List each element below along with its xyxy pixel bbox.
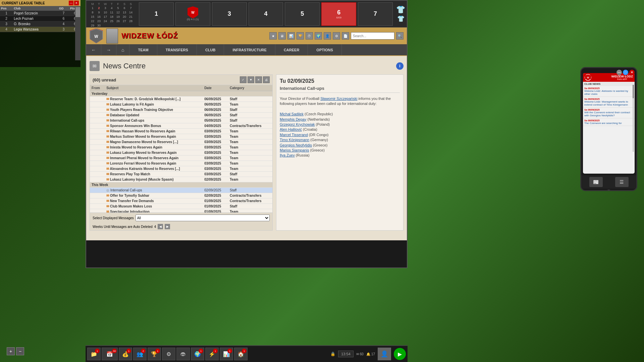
zoom-in-btn[interactable]: + — [7, 347, 15, 355]
player-name-link[interactable]: Memphis Depay — [280, 117, 306, 121]
news-table-row[interactable]: ✉ Iniesta Moved to Reserves Again 03/09/… — [90, 145, 272, 150]
sidebar-minimize-btn[interactable]: — — [69, 1, 73, 5]
player-name-link[interactable]: Timo Königsmann — [280, 138, 309, 142]
phone-scrollbar[interactable] — [633, 85, 634, 152]
sidebar-scrollbar[interactable] — [75, 7, 80, 60]
header-icon-settings[interactable]: ⚙ — [333, 32, 340, 40]
news-table-row[interactable]: ◎ International Call-ups 02/09/2025 Staf… — [90, 188, 272, 193]
header-icon-globe[interactable]: 🌍 — [315, 32, 322, 40]
taskbar-btn-stats[interactable]: 📊 1 — [220, 348, 233, 360]
cal-day-cell[interactable]: 22 — [90, 19, 96, 23]
col-subject[interactable]: Subject — [105, 85, 203, 91]
cal-day-cell[interactable]: 8 — [90, 10, 96, 14]
news-table-row[interactable]: ✉ Club Museum Makes Loss 01/09/2025 Staf… — [90, 204, 272, 209]
cal-day-cell[interactable]: 21 — [128, 15, 134, 19]
news-table-row[interactable]: ✉ Reserves Play Top Match 03/09/2025 Sta… — [90, 172, 272, 177]
match-slot-3[interactable]: 4 — [249, 2, 283, 26]
news-table-row[interactable]: ✉ Database Updated 06/09/2025 Staff — [90, 113, 272, 118]
delete-btn[interactable]: ✕ — [255, 76, 262, 83]
weeks-next-btn[interactable]: ▶ — [165, 224, 170, 229]
tab-career[interactable]: CAREER — [275, 44, 308, 55]
news-table-row[interactable]: ✉ Markus Suttner Moved to Reserves Again… — [90, 134, 272, 139]
cal-day-cell[interactable]: 7 — [128, 6, 134, 10]
header-icon-clock[interactable]: ⏱ — [306, 32, 313, 40]
taskbar-btn-world[interactable]: 🌍 1 — [191, 348, 204, 360]
cal-day-cell[interactable]: 1 — [90, 6, 96, 10]
player-name-link[interactable]: Marios Siampanis — [280, 148, 309, 152]
cal-day-cell[interactable]: 24 — [102, 19, 108, 23]
league-table-row[interactable]: 4 Legia Warszawa 3 6 — [0, 27, 80, 32]
cal-day-cell[interactable]: 16 — [96, 15, 102, 19]
nav-forward-btn[interactable]: → — [101, 44, 116, 55]
phone-news-item[interactable]: Sa 06/09/2025 Will the Czerwoni extend t… — [583, 108, 635, 118]
info-button[interactable]: i — [396, 62, 404, 70]
league-table-row[interactable]: 1 Pogoń Szczecin 7 6 — [0, 11, 80, 16]
player-name-link[interactable]: Michał Sadilek — [280, 112, 304, 116]
match-slot-4[interactable]: 5 — [285, 2, 320, 26]
cal-day-cell[interactable]: 2 — [96, 6, 102, 10]
taskbar-btn-trophies[interactable]: 🏆 1 — [148, 348, 161, 360]
tab-transfers[interactable]: TRANSFERS — [157, 44, 197, 55]
player-name-link[interactable]: Ilya Zuev — [280, 153, 295, 157]
mark-read-btn[interactable]: ✓ — [240, 76, 247, 83]
cal-day-cell[interactable]: 6 — [121, 6, 127, 10]
cal-day-cell[interactable]: 28 — [128, 19, 134, 23]
zoom-out-btn[interactable]: − — [16, 347, 24, 355]
cal-day-cell[interactable]: 4 — [109, 6, 115, 10]
cal-day-cell[interactable]: 23 — [96, 19, 102, 23]
phone-news-btn[interactable]: 📰 — [589, 177, 603, 187]
phone-news-item[interactable]: Sa 06/09/2025 Widzew Łódź: Management wa… — [583, 97, 635, 108]
filter-btn[interactable]: ▼ — [248, 76, 254, 83]
cal-day-cell[interactable]: 13 — [121, 10, 127, 14]
search-input[interactable] — [351, 32, 394, 40]
league-table-row[interactable]: 2 Lech Poznań 6 6 — [0, 16, 80, 21]
phone-restore-btn[interactable]: □ — [623, 73, 628, 75]
cal-day-cell[interactable]: 5 — [115, 6, 121, 10]
cal-day-cell[interactable]: 11 — [109, 10, 115, 14]
cal-day-cell[interactable]: 27 — [121, 19, 127, 23]
cal-day-cell[interactable]: 10 — [102, 10, 108, 14]
play-button[interactable]: ▶ — [394, 348, 406, 360]
cal-day-cell[interactable]: 18 — [109, 15, 115, 19]
player-name-link[interactable]: Alen Halilović — [280, 127, 302, 131]
cal-day-cell[interactable]: 17 — [102, 15, 108, 19]
taskbar-btn-settings[interactable]: ⚙ — [162, 348, 175, 360]
sidebar-close-btn[interactable]: ✕ — [74, 1, 79, 5]
match-slot-5[interactable]: 6 6/09 — [321, 2, 356, 26]
player-name-link[interactable]: Grzegorz Krychowiak — [280, 122, 315, 126]
news-table-row[interactable]: ✉ Alexandros Katranis Moved to Reserves … — [90, 166, 272, 172]
taskbar-btn-home[interactable]: 🏠 1 — [234, 348, 248, 360]
news-table-row[interactable]: ✉ Lukasz Lakomy Injured (Muscle Spasm) 0… — [90, 177, 272, 182]
header-icon-star[interactable]: ★ — [269, 32, 277, 40]
header-icon-person[interactable]: 👤 — [324, 32, 331, 40]
player-name-link[interactable]: Marcel Tisserand — [280, 133, 308, 137]
tab-infrastructure[interactable]: INFRASTRUCTURE — [224, 44, 275, 55]
taskbar-btn-players[interactable]: 👥 2 — [133, 348, 147, 360]
filter-select[interactable]: All — [136, 215, 270, 221]
news-table-row[interactable]: ✉ Reserve Team: D. Grodzisk Wielkopolski… — [90, 97, 272, 102]
cal-day-cell[interactable]: 30 — [96, 23, 102, 27]
col-from[interactable]: From — [90, 85, 105, 91]
tab-club[interactable]: CLUB — [197, 44, 224, 55]
news-table-row[interactable]: ✉ International Call-ups 05/09/2025 Staf… — [90, 118, 272, 123]
phone-news-item[interactable]: Sa 06/09/2025 The Czerwoni are searching… — [583, 118, 635, 126]
header-icon-doc[interactable]: 📄 — [342, 32, 349, 40]
phone-home-btn[interactable] — [604, 190, 614, 191]
news-table-row[interactable]: ✉ Rilwan Hassan Moved to Reserves Again … — [90, 129, 272, 134]
cal-day-cell[interactable]: 29 — [90, 23, 96, 27]
print-btn[interactable]: 🖨 — [263, 76, 270, 83]
match-slot-0[interactable]: 1 — [139, 2, 174, 26]
col-category[interactable]: Category — [228, 85, 272, 91]
tab-team[interactable]: TEAM — [129, 44, 157, 55]
director-link[interactable]: Sławomir Szczepański — [320, 97, 357, 101]
taskbar-btn-schedule[interactable]: 📅 30 — [102, 348, 118, 360]
header-search-btn[interactable]: 🔍 — [396, 32, 404, 40]
cal-day-cell[interactable]: 9 — [96, 10, 102, 14]
nav-back-btn[interactable]: ← — [86, 44, 101, 55]
news-table-row[interactable]: ✉ Lukasz Lakomy Moved to Reserves Again … — [90, 150, 272, 156]
cal-day-cell[interactable]: 3 — [102, 6, 108, 10]
news-table-row[interactable]: ✉ Immanuel Pherai Moved to Reserves Agai… — [90, 156, 272, 161]
match-slot-1[interactable]: W (0) 4-1 (1) — [175, 2, 210, 26]
news-table-row[interactable]: ✉ Lukasz Lakomy is Fit Again 06/09/2025 … — [90, 102, 272, 107]
header-icon-chart[interactable]: 📊 — [287, 32, 295, 40]
